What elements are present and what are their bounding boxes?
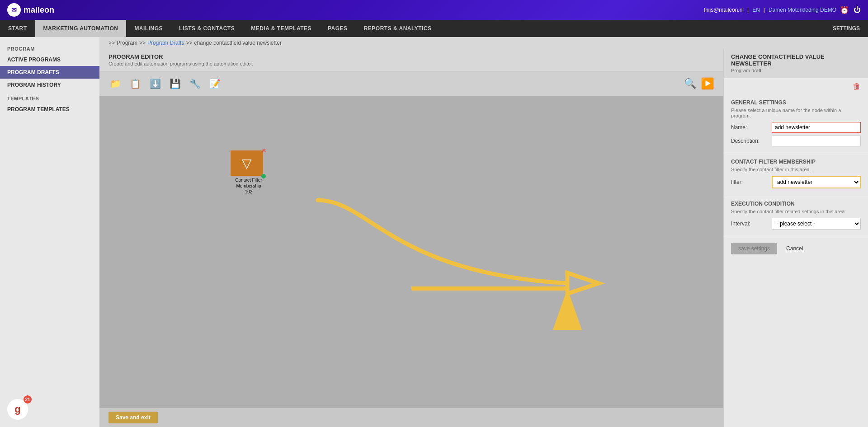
breadcrumb-gg: >> [108, 40, 115, 46]
rp-buttons: save settings Cancel [724, 237, 868, 260]
save-exit-btn[interactable]: Save and exit [108, 412, 158, 423]
editor-header: PROGRAM EDITOR Create and edit automatio… [99, 49, 723, 71]
sidebar-item-program-history[interactable]: PROGRAM HISTORY [0, 79, 99, 91]
contact-filter-title: CONTACT FILTER MEMBERSHIP [731, 159, 861, 165]
user-email: thijs@maileon.nl [704, 7, 744, 13]
breadcrumb-program: Program [117, 40, 137, 46]
sidebar-item-program-drafts[interactable]: PROGRAM DRAFTS [0, 66, 99, 79]
bottom-bar: Save and exit [99, 408, 723, 427]
nav-media-templates[interactable]: MEDIA & TEMPLATES [243, 20, 320, 37]
breadcrumb: >> Program >> Program Drafts >> change c… [99, 37, 868, 49]
right-panel-subtitle: Program draft [731, 68, 861, 73]
delete-icon[interactable]: 🗑 [853, 82, 861, 91]
right-panel: CHANGE CONTACTFIELD VALUE NEWSLETTER Pro… [723, 49, 868, 427]
general-settings-desc: Please select a unique name for the node… [731, 108, 861, 118]
interval-label: Interval: [731, 221, 772, 227]
nav-bar: START MARKETING AUTOMATION MAILINGS LIST… [0, 20, 868, 37]
nav-reports-analytics[interactable]: REPORTS & ANALYTICS [356, 20, 440, 37]
node-close-icon[interactable]: ✕ [261, 147, 267, 154]
filter-label: filter: [731, 179, 772, 185]
description-input[interactable] [772, 136, 861, 146]
notification-badge[interactable]: g 21 [7, 399, 28, 420]
contact-filter-desc: Specify the contact filter in this area. [731, 167, 861, 172]
save-btn[interactable]: 💾 [166, 75, 184, 92]
nav-marketing-automation[interactable]: MARKETING AUTOMATION [35, 20, 127, 37]
editor-header-title: PROGRAM EDITOR [108, 53, 714, 60]
content-area: >> Program >> Program Drafts >> change c… [99, 37, 868, 427]
general-settings-section: GENERAL SETTINGS Please select a unique … [724, 95, 868, 154]
node-connector-dot[interactable] [261, 174, 266, 178]
power-icon[interactable]: ⏻ [854, 6, 861, 14]
node-label: Contact Filter Membership 102 [231, 177, 267, 195]
filter-select[interactable]: add newsletter [772, 176, 861, 188]
account-link[interactable]: Damen Motorkleding DEMO [769, 7, 836, 13]
node-box: ▽ ✕ [231, 150, 263, 176]
language-link[interactable]: EN [752, 7, 760, 13]
top-right-info: thijs@maileon.nl | EN | Damen Motorkledi… [704, 6, 861, 14]
bottom-left-widget: g 21 [7, 399, 28, 420]
nav-pages[interactable]: PAGES [320, 20, 356, 37]
breadcrumb-program-drafts[interactable]: Program Drafts [147, 40, 184, 46]
right-panel-header: CHANGE CONTACTFIELD VALUE NEWSLETTER Pro… [724, 49, 868, 78]
interval-row: Interval: - please select - [731, 218, 861, 230]
sidebar-item-program-templates[interactable]: PROGRAM TEMPLATES [0, 103, 99, 116]
top-icons: ⏰ ⏻ [840, 6, 861, 14]
nav-settings[interactable]: SETTINGS [825, 20, 868, 37]
save-settings-btn[interactable]: save settings [731, 243, 777, 254]
delete-icon-wrapper: 🗑 [724, 78, 868, 95]
execution-condition-section: EXECUTION CONDITION Specify the contact … [724, 196, 868, 237]
toolbar: 📁 📋 ⬇️ 💾 🔧 📝 🔍 ▶️ [99, 71, 723, 96]
description-row: Description: [731, 136, 861, 146]
right-panel-title: CHANGE CONTACTFIELD VALUE NEWSLETTER [731, 53, 861, 67]
nav-mailings[interactable]: MAILINGS [126, 20, 171, 37]
cancel-btn[interactable]: Cancel [782, 243, 807, 254]
top-bar: ✉ maileon thijs@maileon.nl | EN | Damen … [0, 0, 868, 20]
name-label: Name: [731, 124, 772, 131]
avatar-text: g [14, 404, 20, 415]
sidebar-section-templates: TEMPLATES [0, 91, 99, 103]
name-input[interactable] [772, 122, 861, 133]
wrench-btn[interactable]: 🔧 [186, 75, 203, 92]
search-icon[interactable]: 🔍 [684, 78, 696, 89]
download-btn[interactable]: ⬇️ [146, 75, 164, 92]
logo-icon: ✉ [7, 3, 21, 17]
interval-select[interactable]: - please select - [772, 218, 861, 230]
funnel-icon: ▽ [242, 156, 252, 171]
logo: ✉ maileon [7, 3, 54, 17]
contact-filter-node[interactable]: ▽ ✕ Contact Filter Membership 102 [231, 150, 267, 195]
sidebar-item-active-programs[interactable]: ACTIVE PROGRAMS [0, 53, 99, 66]
description-label: Description: [731, 138, 772, 144]
nav-start[interactable]: START [0, 20, 35, 37]
copy-btn[interactable]: 📋 [127, 75, 144, 92]
execution-condition-desc: Specify the contact filter related setti… [731, 209, 861, 214]
editor-area: PROGRAM EDITOR Create and edit automatio… [99, 49, 868, 427]
nav-lists-contacts[interactable]: LISTS & CONTACTS [171, 20, 243, 37]
main-layout: PROGRAM ACTIVE PROGRAMS PROGRAM DRAFTS P… [0, 37, 868, 427]
contact-filter-section: CONTACT FILTER MEMBERSHIP Specify the co… [724, 154, 868, 196]
open-folder-btn[interactable]: 📁 [107, 75, 124, 92]
notification-count: 21 [24, 395, 32, 404]
canvas-panel: PROGRAM EDITOR Create and edit automatio… [99, 49, 723, 427]
breadcrumb-current: change contactfield value newsletter [194, 40, 281, 46]
clock-icon[interactable]: ⏰ [840, 6, 849, 14]
sidebar-section-program: PROGRAM [0, 42, 99, 53]
play-btn[interactable]: ▶️ [699, 75, 716, 92]
arrow-overlay [99, 96, 723, 408]
name-row: Name: [731, 122, 861, 133]
execution-condition-title: EXECUTION CONDITION [731, 201, 861, 207]
general-settings-title: GENERAL SETTINGS [731, 99, 861, 106]
checklist-btn[interactable]: 📝 [206, 75, 223, 92]
logo-text: maileon [24, 5, 54, 15]
sidebar: PROGRAM ACTIVE PROGRAMS PROGRAM DRAFTS P… [0, 37, 99, 427]
canvas[interactable]: ▽ ✕ Contact Filter Membership 102 [99, 96, 723, 408]
editor-header-subtitle: Create and edit automation programs usin… [108, 61, 714, 66]
filter-row: filter: add newsletter [731, 176, 861, 188]
